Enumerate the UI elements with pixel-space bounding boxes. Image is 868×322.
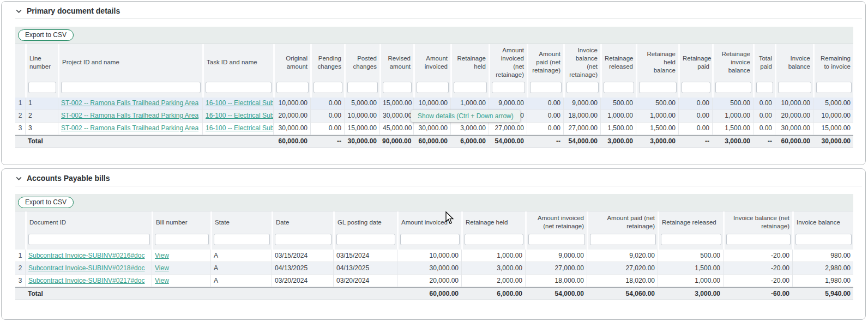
export-to-csv-button[interactable]: Export to CSV (18, 197, 74, 208)
filter-input-amount-invoiced[interactable] (400, 234, 460, 245)
filter-input-original-amount[interactable] (276, 82, 309, 93)
filter-input-line-number[interactable] (28, 82, 56, 93)
bill-number-link[interactable]: View (155, 264, 169, 272)
filter-cell-amount-invoiced (413, 81, 450, 98)
column-header-line-number[interactable]: Line number (25, 44, 58, 81)
column-header-invoice-balance-net[interactable]: Invoice balance (net retainage) (563, 44, 600, 81)
task-link[interactable]: 16-100 -- Electrical Sub (206, 112, 273, 119)
revised-amount-cell: 45,000.00 (379, 123, 413, 135)
column-header-amount-paid-net[interactable]: Amount paid (net retainage) (527, 44, 563, 81)
export-to-csv-button[interactable]: Export to CSV (18, 29, 74, 41)
column-header-pending-changes[interactable]: Pending changes (310, 44, 344, 81)
task-link[interactable]: 16-100 -- Electrical Sub (206, 99, 273, 107)
filter-input-project[interactable] (61, 82, 201, 93)
column-header-amount-paid-net[interactable]: Amount paid (net retainage) (587, 211, 658, 233)
column-header-revised-amount[interactable]: Revised amount (379, 44, 413, 81)
filter-input-amount-invoiced-net[interactable] (492, 82, 525, 93)
column-header-retainage-paid[interactable]: Retainage paid (678, 44, 712, 81)
filter-input-task[interactable] (206, 82, 272, 93)
bill-number-link[interactable]: View (155, 252, 169, 259)
filter-input-invoice-balance[interactable] (778, 82, 811, 93)
filter-input-amount-paid-net[interactable] (530, 82, 562, 93)
column-header-total-paid[interactable]: Total paid (753, 44, 775, 81)
filter-input-retainage-paid[interactable] (682, 82, 710, 93)
project-link[interactable]: ST-002 -- Ramona Falls Trailhead Parking… (61, 124, 198, 132)
filter-input-retainage-invoice-balance[interactable] (715, 82, 751, 93)
filter-input-revised-amount[interactable] (383, 82, 412, 93)
table-row[interactable]: 3Subcontract Invoice-SUBINV#0217#docView… (15, 275, 853, 287)
bill-number-link[interactable]: View (155, 277, 169, 284)
total-amount-invoiced-net-cell: 54,000.00 (525, 287, 587, 300)
chevron-down-icon[interactable] (15, 8, 22, 15)
filter-input-date[interactable] (275, 234, 331, 245)
filter-input-state[interactable] (214, 234, 270, 245)
amount-invoiced-net-cell: 18,000.00 (525, 275, 587, 287)
project-link[interactable]: ST-002 -- Ramona Falls Trailhead Parking… (61, 112, 198, 119)
filter-input-amount-invoiced[interactable] (417, 82, 449, 93)
filter-input-invoice-balance-net[interactable] (566, 82, 599, 93)
filter-input-posted-changes[interactable] (347, 82, 378, 93)
column-header-remaining-to-invoice[interactable]: Remaining to invoice (813, 44, 853, 81)
filter-input-remaining-to-invoice[interactable] (816, 82, 852, 93)
column-header-invoice-balance[interactable]: Invoice balance (775, 44, 813, 81)
section-header-ap-bills: Accounts Payable bills (15, 174, 862, 186)
column-header-project[interactable]: Project ID and name (58, 44, 202, 81)
column-header-retainage-invoice-balance[interactable]: Retainage invoice balance (712, 44, 753, 81)
filter-input-retainage-held-balance[interactable] (639, 82, 677, 93)
row-number: 2 (15, 262, 25, 275)
column-header-document-id[interactable]: Document ID (25, 211, 152, 233)
column-header-original-amount[interactable]: Original amount (273, 44, 310, 81)
chevron-down-icon[interactable] (15, 175, 22, 182)
total-date-cell (272, 287, 333, 300)
filter-input-amount-paid-net[interactable] (590, 234, 656, 245)
column-header-gl-posting-date[interactable]: GL posting date (333, 211, 397, 233)
column-header-retainage-released[interactable]: Retainage released (658, 211, 723, 233)
column-header-posted-changes[interactable]: Posted changes (344, 44, 379, 81)
retainage-paid-cell: 0.00 (678, 98, 712, 110)
total-amount-paid-net-cell: -- (527, 135, 563, 148)
retainage-released-cell: 1,500.00 (600, 123, 636, 135)
filter-input-invoice-balance-net[interactable] (726, 234, 791, 245)
column-header-retainage-held[interactable]: Retainage held (461, 211, 525, 233)
column-header-amount-invoiced-net[interactable]: Amount invoiced (net retainage) (525, 211, 587, 233)
table-row[interactable]: 11ST-002 -- Ramona Falls Trailhead Parki… (15, 98, 853, 110)
column-header-state[interactable]: State (210, 211, 272, 233)
column-header-task[interactable]: Task ID and name (202, 44, 273, 81)
filter-input-invoice-balance[interactable] (795, 234, 852, 245)
table-row[interactable]: 1Subcontract Invoice-SUBINV#0216#docView… (15, 250, 853, 262)
table-row[interactable]: 2Subcontract Invoice-SUBINV#0218#docView… (15, 262, 853, 275)
column-header-date[interactable]: Date (272, 211, 333, 233)
section-title: Primary document details (27, 7, 120, 15)
filter-input-gl-posting-date[interactable] (336, 234, 395, 245)
filter-input-retainage-released[interactable] (604, 82, 634, 93)
gl-posting-date-cell: 04/13/2025 (333, 262, 397, 275)
column-header-invoice-balance-net[interactable]: Invoice balance (net retainage) (723, 211, 792, 233)
filter-input-retainage-held[interactable] (454, 82, 487, 93)
amount-paid-net-cell: 27,020.00 (587, 262, 658, 275)
filter-cell-pending-changes (310, 81, 344, 98)
column-header-retainage-released[interactable]: Retainage released (600, 44, 636, 81)
total-invoice-balance-net-cell: -60.00 (723, 287, 792, 300)
filter-input-retainage-released[interactable] (661, 234, 721, 245)
column-header-retainage-held-balance[interactable]: Retainage held balance (636, 44, 678, 81)
line-number-cell: 3 (25, 123, 58, 135)
task-link[interactable]: 16-100 -- Electrical Sub (206, 124, 273, 132)
filter-input-total-paid[interactable] (756, 82, 773, 93)
column-header-bill-number[interactable]: Bill number (152, 211, 210, 233)
column-header-invoice-balance[interactable]: Invoice balance (792, 211, 853, 233)
filter-input-pending-changes[interactable] (314, 82, 342, 93)
column-header-amount-invoiced-net[interactable]: Amount invoiced (net retainage) (489, 44, 527, 81)
remaining-to-invoice-cell: 5,000.00 (813, 98, 853, 110)
column-header-amount-invoiced[interactable]: Amount invoiced (413, 44, 450, 81)
document-id-link[interactable]: Subcontract Invoice-SUBINV#0216#doc (28, 252, 144, 259)
row-gutter-filter-cell (15, 233, 25, 250)
column-header-retainage-held[interactable]: Retainage held (450, 44, 489, 81)
table-row[interactable]: 33ST-002 -- Ramona Falls Trailhead Parki… (15, 123, 853, 135)
filter-input-amount-invoiced-net[interactable] (528, 234, 585, 245)
filter-input-bill-number[interactable] (155, 234, 209, 245)
document-id-link[interactable]: Subcontract Invoice-SUBINV#0218#doc (28, 264, 144, 272)
project-link[interactable]: ST-002 -- Ramona Falls Trailhead Parking… (61, 99, 198, 107)
document-id-link[interactable]: Subcontract Invoice-SUBINV#0217#doc (28, 277, 144, 284)
filter-input-document-id[interactable] (28, 234, 150, 245)
filter-input-retainage-held[interactable] (465, 234, 523, 245)
